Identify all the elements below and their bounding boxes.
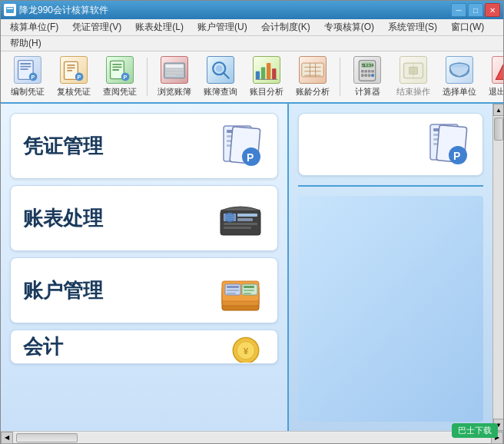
svg-rect-80 bbox=[227, 286, 239, 288]
menu-chuangkou[interactable]: 窗口(W) bbox=[445, 19, 490, 35]
horizontal-scrollbar: ◀ ▶ bbox=[1, 431, 503, 443]
svg-text:P: P bbox=[453, 150, 460, 162]
liulan-icon bbox=[161, 56, 188, 84]
bianzhi-icon: P bbox=[14, 56, 41, 84]
menu-xitong[interactable]: 系统管理(S) bbox=[382, 19, 443, 35]
svg-rect-1 bbox=[7, 8, 13, 9]
chayue-label: 查阅凭证 bbox=[103, 86, 137, 98]
svg-rect-70 bbox=[237, 218, 253, 221]
toolbar-xuanze[interactable]: 选择单位 bbox=[439, 53, 480, 101]
zhangcha-label: 账簿查询 bbox=[204, 86, 237, 98]
tuichu-icon bbox=[492, 56, 503, 84]
right-bottom-area bbox=[298, 196, 483, 422]
menu-zhidu[interactable]: 会计制度(K) bbox=[255, 19, 317, 35]
svg-rect-28 bbox=[256, 71, 260, 80]
menu-help[interactable]: 帮助(H) bbox=[4, 35, 48, 51]
svg-rect-17 bbox=[112, 69, 119, 71]
svg-rect-31 bbox=[272, 68, 276, 79]
bottom-logo: 巴士下载 bbox=[452, 423, 498, 438]
svg-text:¥: ¥ bbox=[244, 346, 249, 356]
right-voucher-icon: P bbox=[424, 121, 470, 167]
maximize-button[interactable]: □ bbox=[468, 3, 483, 17]
svg-point-26 bbox=[216, 65, 223, 72]
svg-rect-45 bbox=[368, 70, 371, 73]
svg-rect-50 bbox=[371, 74, 374, 77]
toolbar: P 编制凭证 P 复核凭证 bbox=[1, 51, 503, 104]
card-piaojuguanli[interactable]: 凭证管理 P bbox=[10, 113, 278, 179]
svg-rect-9 bbox=[67, 65, 75, 66]
svg-rect-47 bbox=[361, 74, 364, 77]
card-zhanhu-label: 账户管理 bbox=[23, 277, 204, 304]
card-zhangbiao[interactable]: 账表处理 bbox=[10, 185, 278, 251]
toolbar-chayue[interactable]: P 查阅凭证 bbox=[99, 53, 141, 101]
svg-rect-43 bbox=[361, 70, 364, 73]
svg-rect-48 bbox=[364, 74, 367, 77]
svg-text:P: P bbox=[31, 75, 35, 81]
svg-text:5: 5 bbox=[362, 62, 365, 68]
toolbar-bianzhi[interactable]: P 编制凭证 bbox=[7, 53, 48, 101]
fuzhi-icon: P bbox=[60, 56, 88, 84]
svg-text:P: P bbox=[77, 75, 81, 81]
card-partial-label: 会计 bbox=[23, 333, 214, 360]
zhangcha-icon bbox=[207, 56, 234, 84]
toolbar-fuzhi[interactable]: P 复核凭证 bbox=[53, 53, 94, 101]
jieshu-label: 结束操作 bbox=[396, 86, 430, 98]
svg-text:P: P bbox=[247, 151, 254, 164]
svg-rect-11 bbox=[67, 70, 72, 71]
toolbar-jisuanqi[interactable]: 1234 5 计算器 bbox=[346, 53, 388, 101]
chayue-icon: P bbox=[106, 56, 134, 84]
h-scroll-track bbox=[13, 432, 491, 443]
card-zhangbiao-label: 账表处理 bbox=[23, 205, 204, 232]
menu-piaoju[interactable]: 凭证管理(V) bbox=[66, 19, 128, 35]
minimize-button[interactable]: ─ bbox=[451, 3, 466, 17]
vertical-scrollbar: ▲ ▼ bbox=[492, 104, 503, 431]
svg-rect-82 bbox=[227, 293, 236, 294]
title-bar: 降龙990会计核算软件 ─ □ ✕ bbox=[1, 1, 503, 19]
account-icon bbox=[216, 266, 265, 315]
scroll-thumb[interactable] bbox=[494, 118, 503, 141]
menu-hesuan[interactable]: 核算单位(F) bbox=[4, 19, 65, 35]
menu-zhanhu[interactable]: 账户管理(U) bbox=[191, 19, 254, 35]
jisuanqi-label: 计算器 bbox=[355, 86, 380, 98]
window-title: 降龙990会计核算软件 bbox=[19, 4, 108, 17]
card-partial[interactable]: 会计 ¥ bbox=[10, 330, 278, 364]
title-bar-left: 降龙990会计核算软件 bbox=[4, 4, 108, 17]
zhangli-icon bbox=[299, 56, 327, 84]
toolbar-jieshu[interactable]: 结束操作 bbox=[393, 53, 434, 101]
separator-1 bbox=[147, 58, 148, 96]
svg-rect-21 bbox=[165, 65, 183, 68]
svg-rect-10 bbox=[67, 67, 75, 68]
scroll-left-button[interactable]: ◀ bbox=[1, 432, 13, 444]
zhangmu-icon bbox=[253, 56, 280, 84]
svg-text:P: P bbox=[123, 75, 127, 81]
right-voucher-card[interactable]: P bbox=[298, 113, 483, 176]
svg-line-27 bbox=[224, 73, 229, 78]
toolbar-zhangli[interactable]: 账龄分析 bbox=[292, 53, 333, 101]
card-zhanhu[interactable]: 账户管理 bbox=[10, 257, 278, 323]
left-panel: 凭证管理 P 账表处理 bbox=[1, 104, 289, 431]
menu-zhangbiao[interactable]: 账表处理(L) bbox=[129, 19, 190, 35]
toolbar-tuichu[interactable]: 退出系统 bbox=[485, 53, 503, 101]
toolbar-liulan[interactable]: 浏览账簿 bbox=[154, 53, 195, 101]
close-button[interactable]: ✕ bbox=[485, 3, 500, 17]
scroll-up-button[interactable]: ▲ bbox=[493, 104, 503, 116]
h-scroll-thumb[interactable] bbox=[16, 433, 78, 442]
voucher-icon: P bbox=[216, 121, 265, 171]
xuanze-icon bbox=[446, 56, 473, 84]
main-window: 降龙990会计核算软件 ─ □ ✕ 核算单位(F) 凭证管理(V) 账表处理(L… bbox=[0, 0, 504, 444]
svg-rect-22 bbox=[165, 69, 183, 71]
right-content: P bbox=[298, 113, 483, 422]
toolbar-zhangcha[interactable]: 账簿查询 bbox=[200, 53, 241, 101]
svg-rect-5 bbox=[20, 68, 28, 70]
svg-rect-46 bbox=[371, 70, 374, 73]
svg-marker-52 bbox=[410, 67, 418, 74]
svg-rect-23 bbox=[165, 72, 183, 74]
toolbar-zhangmu[interactable]: 账目分析 bbox=[246, 53, 287, 101]
svg-rect-44 bbox=[364, 70, 367, 73]
svg-rect-49 bbox=[368, 74, 371, 77]
menu-zhuanxiang[interactable]: 专项核算(O) bbox=[318, 19, 380, 35]
svg-rect-84 bbox=[244, 286, 254, 288]
svg-text:1234: 1234 bbox=[363, 62, 374, 68]
coin-icon: ¥ bbox=[227, 332, 265, 363]
svg-rect-85 bbox=[244, 290, 254, 291]
